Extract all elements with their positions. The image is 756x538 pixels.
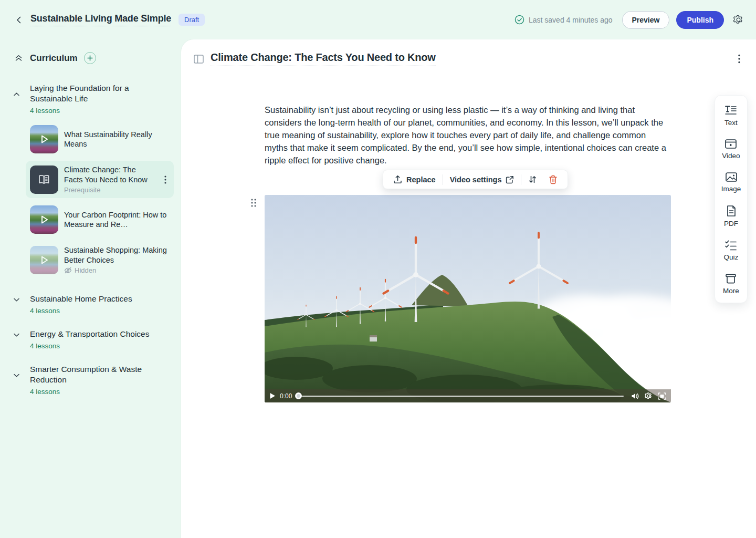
- lesson-list: What Sustainability Really Means Climate…: [26, 121, 174, 278]
- lesson-subtitle: Hidden: [75, 266, 96, 274]
- video-thumbnail: [30, 125, 58, 153]
- back-button[interactable]: [12, 13, 26, 27]
- settings-button[interactable]: [732, 14, 744, 26]
- lesson-page-options-button[interactable]: [735, 52, 743, 66]
- lesson-title: Sustainable Shopping: Making Better Choi…: [64, 245, 170, 265]
- volume-button[interactable]: [631, 392, 639, 400]
- player-gear-icon: [645, 392, 653, 400]
- kebab-menu-icon: [164, 175, 166, 184]
- open-book-icon: [37, 173, 51, 186]
- section-title: Smarter Consumption & Waste Reduction: [30, 364, 174, 385]
- video-player[interactable]: 0:00: [265, 195, 671, 402]
- lesson-title: Your Carbon Footprint: How to Measure an…: [64, 210, 170, 230]
- lesson-options-button[interactable]: [162, 173, 169, 186]
- video-settings-button[interactable]: Video settings: [445, 172, 519, 187]
- play-icon: [37, 253, 51, 267]
- last-saved-text: Last saved 4 minutes ago: [529, 16, 613, 24]
- block-palette: Text Video Image PDF Quiz: [715, 95, 748, 303]
- curriculum-section: Energy & Transportation Choices 4 lesson…: [13, 329, 174, 350]
- player-settings-button[interactable]: [645, 392, 653, 400]
- curriculum-header: Curriculum: [13, 52, 174, 64]
- course-title[interactable]: Sustainable Living Made Simple: [30, 13, 171, 26]
- eye-off-icon: [64, 267, 72, 274]
- chevron-up-icon: [13, 90, 20, 98]
- fullscreen-button[interactable]: [658, 392, 666, 400]
- gear-icon: [732, 14, 744, 26]
- check-circle-icon: [514, 15, 524, 25]
- lesson-item-carbon-footprint[interactable]: Your Carbon Footprint: How to Measure an…: [26, 201, 174, 238]
- section-title: Laying the Foundation for a Sustainable …: [30, 83, 174, 104]
- section-header[interactable]: Sustainable Home Practices 4 lessons: [13, 294, 174, 315]
- chevron-left-icon: [15, 16, 23, 24]
- video-thumbnail-hidden: [30, 246, 58, 274]
- seek-bar[interactable]: [296, 389, 624, 402]
- move-block-button[interactable]: [523, 172, 542, 187]
- palette-item-image[interactable]: Image: [721, 172, 741, 193]
- status-badge: Draft: [178, 14, 205, 26]
- section-title: Energy & Transportation Choices: [30, 329, 174, 339]
- section-lesson-count: 4 lessons: [30, 107, 174, 115]
- palette-item-quiz[interactable]: Quiz: [724, 240, 739, 261]
- toggle-sidebar-button[interactable]: [194, 55, 204, 64]
- kebab-menu-icon: [738, 54, 740, 64]
- text-icon: [724, 105, 737, 116]
- preview-button[interactable]: Preview: [622, 11, 670, 29]
- play-button[interactable]: [269, 392, 276, 399]
- fullscreen-icon: [658, 392, 666, 400]
- lesson-page-title[interactable]: Climate Change: The Facts You Need to Kn…: [211, 51, 436, 66]
- collapse-all-button[interactable]: [13, 54, 24, 63]
- sort-arrows-icon: [528, 175, 537, 184]
- toolbar-divider: [443, 174, 443, 185]
- panel-layout-icon: [194, 55, 204, 64]
- play-icon: [269, 392, 276, 399]
- lesson-intro-paragraph[interactable]: Sustainability isn’t just about recyclin…: [265, 104, 671, 167]
- palette-label: Text: [724, 119, 738, 127]
- add-section-button[interactable]: [84, 52, 96, 64]
- play-icon: [37, 213, 51, 226]
- chevron-down-icon: [13, 371, 20, 379]
- volume-icon: [631, 392, 639, 400]
- curriculum-title: Curriculum: [30, 53, 78, 64]
- palette-label: PDF: [724, 220, 738, 227]
- replace-video-button[interactable]: Replace: [388, 172, 440, 187]
- section-header[interactable]: Energy & Transportation Choices 4 lesson…: [13, 329, 174, 350]
- palette-item-text[interactable]: Text: [724, 105, 738, 127]
- section-lesson-count: 4 lessons: [30, 307, 174, 315]
- toolbar-divider: [521, 174, 521, 185]
- lesson-item-what-sustainability[interactable]: What Sustainability Really Means: [26, 121, 174, 158]
- lesson-item-climate-change[interactable]: Climate Change: The Facts You Need to Kn…: [26, 161, 174, 198]
- reading-lesson-tile: [30, 165, 58, 194]
- palette-item-pdf[interactable]: PDF: [724, 205, 738, 227]
- palette-item-video[interactable]: Video: [722, 139, 740, 160]
- chevron-down-icon: [13, 331, 20, 339]
- lesson-editor-panel: Climate Change: The Facts You Need to Kn…: [181, 39, 756, 538]
- top-header: Sustainable Living Made Simple Draft Las…: [0, 0, 756, 39]
- palette-label: Video: [722, 152, 740, 160]
- seek-track: [296, 396, 624, 397]
- video-thumbnail: [30, 205, 58, 234]
- save-status: Last saved 4 minutes ago: [514, 15, 613, 25]
- delete-block-button[interactable]: [544, 172, 562, 188]
- section-title: Sustainable Home Practices: [30, 294, 174, 304]
- palette-label: Image: [721, 185, 741, 193]
- section-lesson-count: 4 lessons: [30, 342, 174, 350]
- lesson-item-sustainable-shopping[interactable]: Sustainable Shopping: Making Better Choi…: [26, 241, 174, 278]
- more-icon: [724, 273, 737, 284]
- video-settings-label: Video settings: [450, 175, 502, 184]
- palette-item-more[interactable]: More: [723, 273, 739, 295]
- curriculum-sidebar: Curriculum Laying the Foundation for a S…: [0, 39, 181, 538]
- palette-label: Quiz: [724, 253, 739, 261]
- chevron-down-icon: [13, 296, 20, 304]
- lesson-title: What Sustainability Really Means: [64, 130, 170, 149]
- section-header[interactable]: Laying the Foundation for a Sustainable …: [13, 83, 174, 115]
- current-time: 0:00: [280, 392, 292, 400]
- curriculum-section: Sustainable Home Practices 4 lessons: [13, 294, 174, 315]
- seek-handle[interactable]: [295, 392, 302, 399]
- publish-button[interactable]: Publish: [676, 11, 724, 29]
- block-drag-handle[interactable]: [250, 198, 257, 208]
- video-block-toolbar: Replace Video settings: [383, 170, 568, 189]
- section-header[interactable]: Smarter Consumption & Waste Reduction 4 …: [13, 364, 174, 396]
- double-chevron-up-icon: [14, 54, 23, 63]
- video-icon: [724, 139, 737, 149]
- curriculum-section: Smarter Consumption & Waste Reduction 4 …: [13, 364, 174, 396]
